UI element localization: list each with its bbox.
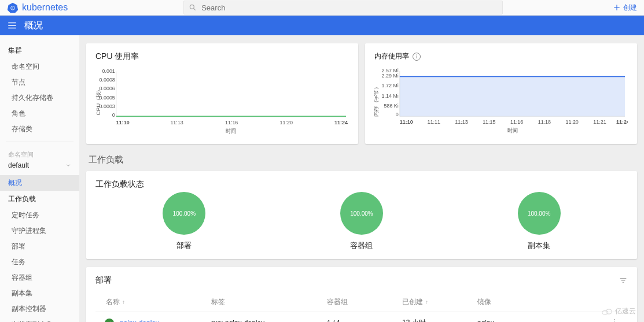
- nav-item-role[interactable]: 角色: [0, 106, 79, 121]
- svg-text:0: 0: [112, 112, 115, 118]
- sidebar: 集群 命名空间 节点 持久化存储卷 角色 存储类 命名空间 default 概况…: [0, 35, 79, 322]
- donut-pod: 100.00% 容器组: [340, 192, 383, 251]
- svg-text:11:16: 11:16: [225, 119, 238, 125]
- svg-text:内存（字节）: 内存（字节）: [374, 84, 379, 117]
- logo[interactable]: kubernetes: [7, 2, 68, 13]
- cell-pod: 1 / 1: [327, 319, 402, 323]
- brand-text: kubernetes: [22, 2, 68, 13]
- titlebar: 概况: [0, 16, 644, 35]
- svg-text:11:24: 11:24: [334, 119, 348, 125]
- svg-text:11:13: 11:13: [170, 119, 183, 125]
- create-label: 创建: [623, 3, 637, 13]
- svg-text:11:18: 11:18: [538, 119, 551, 125]
- cell-label: run: nginx-deploy: [211, 319, 327, 323]
- menu-icon[interactable]: [7, 20, 17, 31]
- cpu-title: CPU 使用率: [95, 51, 349, 62]
- svg-text:0: 0: [396, 111, 399, 117]
- svg-text:11:20: 11:20: [565, 119, 578, 125]
- col-label[interactable]: 标签: [211, 297, 327, 307]
- more-icon[interactable]: [610, 318, 619, 322]
- svg-text:11:16: 11:16: [510, 119, 523, 125]
- nav-item-storageclass[interactable]: 存储类: [0, 121, 79, 137]
- svg-text:11:20: 11:20: [280, 119, 293, 125]
- svg-text:时间: 时间: [226, 127, 235, 134]
- col-image[interactable]: 镜像: [477, 297, 610, 307]
- svg-text:0.0003: 0.0003: [99, 103, 115, 109]
- svg-text:1.72 Mi: 1.72 Mi: [381, 82, 398, 88]
- mem-card: 内存使用率 i 内存（字节） 2.57 Mi 2.29 Mi 1.72 Mi 1…: [365, 43, 637, 144]
- svg-text:11:10: 11:10: [400, 119, 413, 125]
- svg-text:2.29 Mi: 2.29 Mi: [381, 72, 398, 78]
- search-box[interactable]: [183, 1, 503, 14]
- nav-item-cronjob[interactable]: 定时任务: [0, 208, 79, 223]
- nav-item-replicaset[interactable]: 副本集: [0, 286, 79, 301]
- deploy-title: 部署: [95, 275, 112, 286]
- plus-icon: [613, 3, 621, 12]
- nav-item-daemonset[interactable]: 守护进程集: [0, 223, 79, 239]
- chevron-down-icon: [65, 162, 71, 168]
- donut-deploy: 100.00% 部署: [163, 192, 205, 251]
- search-icon: [189, 3, 197, 12]
- nav-item-pv[interactable]: 持久化存储卷: [0, 90, 79, 106]
- svg-point-2: [12, 8, 13, 9]
- nav-header-cluster[interactable]: 集群: [0, 42, 79, 59]
- search-input[interactable]: [201, 3, 498, 12]
- nav-item-namespace[interactable]: 命名空间: [0, 59, 79, 75]
- donut-replicaset: 100.00% 副本集: [518, 192, 561, 251]
- col-name[interactable]: 名称↑: [95, 297, 211, 307]
- svg-rect-35: [400, 77, 625, 117]
- kubernetes-icon: [7, 2, 19, 13]
- nav-item-node[interactable]: 节点: [0, 75, 79, 90]
- cell-created: 13 小时: [402, 318, 477, 322]
- svg-text:11:15: 11:15: [483, 119, 495, 125]
- col-pod[interactable]: 容器组: [327, 297, 402, 307]
- nav-item-rc[interactable]: 副本控制器: [0, 301, 79, 317]
- svg-text:0.001: 0.001: [102, 68, 115, 74]
- nav-item-overview[interactable]: 概况: [0, 175, 79, 191]
- namespace-value: default: [8, 161, 29, 169]
- svg-text:11:10: 11:10: [116, 119, 130, 125]
- col-created[interactable]: 已创建↑: [402, 297, 477, 307]
- svg-text:11:21: 11:21: [593, 119, 606, 125]
- nav-item-deployment[interactable]: 部署: [0, 239, 79, 254]
- status-title: 工作负载状态: [95, 179, 628, 190]
- nav-header-workload[interactable]: 工作负载: [0, 191, 79, 208]
- svg-point-3: [190, 5, 194, 9]
- status-ok-icon: [105, 319, 114, 323]
- deploy-table-card: 部署 名称↑ 标签 容器组 已创建↑ 镜像 nginx-deploy run: …: [86, 267, 637, 322]
- watermark: 亿速云: [601, 306, 636, 316]
- svg-text:1.14 Mi: 1.14 Mi: [381, 92, 398, 98]
- nav-ns-label: 命名空间: [0, 147, 79, 159]
- page-title: 概况: [24, 20, 43, 32]
- deploy-link[interactable]: nginx-deploy: [120, 319, 159, 323]
- status-card: 工作负载状态 100.00% 部署 100.00% 容器组 100.00% 副本…: [86, 171, 637, 259]
- svg-text:586 Ki: 586 Ki: [384, 102, 398, 109]
- nav-item-pod[interactable]: 容器组: [0, 270, 79, 286]
- svg-text:11:24: 11:24: [616, 119, 628, 125]
- cell-image: nginx: [477, 319, 610, 323]
- mem-chart: 内存（字节） 2.57 Mi 2.29 Mi 1.72 Mi 1.14 Mi 5…: [374, 66, 628, 135]
- svg-text:11:13: 11:13: [455, 119, 468, 125]
- namespace-selector[interactable]: default: [0, 159, 79, 175]
- cpu-chart: CPU（核） 0.001 0.0008 0.0006 0.0005 0.0003…: [95, 66, 349, 136]
- section-workload: 工作负载: [89, 154, 635, 165]
- cpu-card: CPU 使用率 CPU（核） 0.001 0.0008 0.0006 0.000…: [86, 43, 358, 144]
- svg-text:时间: 时间: [507, 127, 517, 133]
- mem-title: 内存使用率 i: [374, 51, 628, 61]
- nav-item-job[interactable]: 任务: [0, 254, 79, 270]
- svg-text:0.0005: 0.0005: [99, 94, 115, 100]
- nav-item-statefulset[interactable]: 有状态副本集: [0, 317, 79, 322]
- create-button[interactable]: 创建: [613, 3, 637, 13]
- svg-line-4: [194, 9, 196, 10]
- svg-text:11:11: 11:11: [428, 119, 440, 125]
- svg-point-57: [606, 309, 612, 313]
- table-row: nginx-deploy run: nginx-deploy 1 / 1 13 …: [95, 312, 628, 322]
- svg-point-56: [602, 310, 608, 314]
- filter-icon[interactable]: [619, 276, 628, 285]
- svg-text:0.0006: 0.0006: [99, 85, 115, 91]
- svg-text:0.0008: 0.0008: [99, 76, 115, 83]
- svg-point-50: [614, 319, 615, 320]
- info-icon[interactable]: i: [413, 53, 421, 61]
- deploy-header-row: 名称↑ 标签 容器组 已创建↑ 镜像: [95, 293, 628, 312]
- content: CPU 使用率 CPU（核） 0.001 0.0008 0.0006 0.000…: [79, 35, 644, 322]
